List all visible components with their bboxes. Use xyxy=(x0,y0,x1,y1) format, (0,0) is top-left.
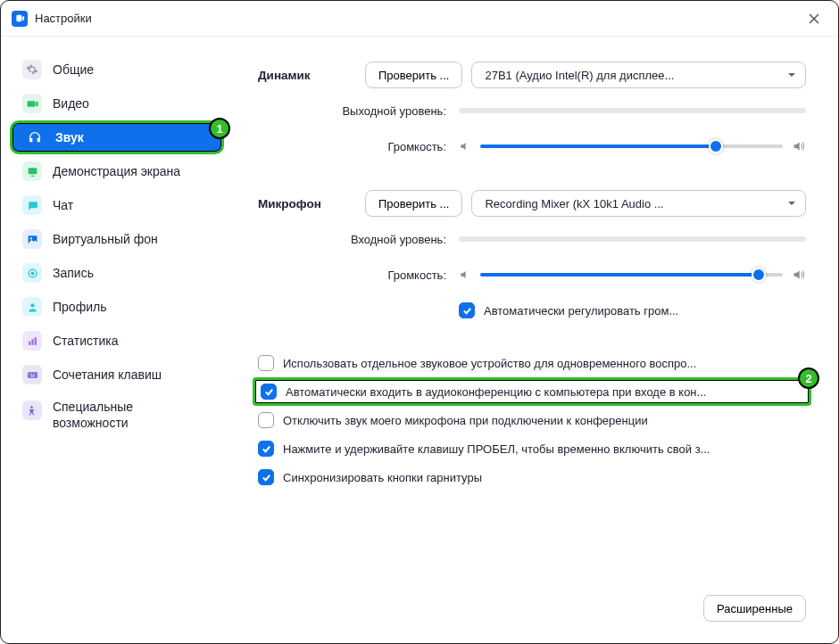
sidebar-item-stats[interactable]: Статистика xyxy=(10,324,224,358)
sync-headset-label: Синхронизировать кнопки гарнитуры xyxy=(283,471,482,484)
annotation-badge-1: 1 xyxy=(209,118,230,139)
auto-join-checkbox[interactable] xyxy=(261,384,277,400)
sidebar-item-label: Запись xyxy=(53,266,94,280)
speaker-device-value: 27B1 (Аудио Intel(R) для дисплее... xyxy=(485,69,674,82)
sidebar: Общие Видео Звук 1 Демонстрация экра xyxy=(1,37,233,643)
output-level-label: Выходной уровень: xyxy=(258,104,459,118)
sidebar-item-label: Видео xyxy=(53,96,89,111)
svg-rect-6 xyxy=(29,341,30,344)
volume-high-icon xyxy=(792,139,806,153)
close-button[interactable] xyxy=(801,5,827,32)
speaker-device-select[interactable]: 27B1 (Аудио Intel(R) для дисплее... xyxy=(471,62,806,88)
speaker-label: Динамик xyxy=(258,69,365,82)
settings-window: Настройки Общие Видео xyxy=(0,0,839,644)
record-icon xyxy=(22,263,42,283)
sidebar-item-label: Сочетания клавиш xyxy=(53,367,162,382)
volume-low-icon xyxy=(459,268,471,281)
window-title: Настройки xyxy=(35,12,92,25)
headphones-icon xyxy=(25,128,45,147)
sidebar-item-label: Демонстрация экрана xyxy=(53,164,180,178)
mute-on-join-label: Отключить звук моего микрофона при подкл… xyxy=(283,414,648,427)
ptt-space-label: Нажмите и удерживайте клавишу ПРОБЕЛ, чт… xyxy=(283,442,710,456)
app-icon xyxy=(12,11,28,27)
test-mic-button[interactable]: Проверить ... xyxy=(365,190,462,217)
ptt-space-checkbox[interactable] xyxy=(258,441,274,457)
svg-rect-14 xyxy=(29,376,34,376)
sidebar-item-video[interactable]: Видео xyxy=(10,87,224,120)
mic-volume-slider[interactable] xyxy=(480,266,783,284)
chat-icon xyxy=(22,195,42,215)
keyboard-icon xyxy=(22,365,42,384)
user-icon xyxy=(22,297,42,317)
speaker-volume-label: Громкость: xyxy=(258,140,459,153)
image-icon xyxy=(22,229,42,249)
speaker-output-level xyxy=(459,108,806,113)
separate-device-checkbox[interactable] xyxy=(258,355,274,371)
sidebar-item-label: Специальные возможности xyxy=(53,399,212,431)
volume-high-icon xyxy=(792,268,806,282)
sidebar-item-record[interactable]: Запись xyxy=(10,256,224,290)
auto-join-highlighted-row: Автоматически входить в аудиоконференцию… xyxy=(253,377,811,406)
sidebar-item-label: Виртуальный фон xyxy=(53,232,158,246)
advanced-button[interactable]: Расширенные xyxy=(703,595,806,622)
mic-volume-label: Громкость: xyxy=(258,268,459,282)
mic-device-select[interactable]: Recording Mixer (kX 10k1 Audio ... xyxy=(471,190,806,217)
sidebar-item-share[interactable]: Демонстрация экрана xyxy=(10,154,224,188)
stats-icon xyxy=(22,331,42,351)
share-screen-icon xyxy=(22,161,42,181)
svg-rect-9 xyxy=(28,372,37,378)
mute-on-join-checkbox[interactable] xyxy=(258,412,274,428)
svg-rect-12 xyxy=(33,373,34,374)
camera-icon xyxy=(22,94,42,113)
auto-adjust-label: Автоматически регулировать гром... xyxy=(484,304,678,318)
svg-rect-0 xyxy=(28,168,37,174)
sidebar-item-label: Звук xyxy=(55,130,84,144)
sidebar-item-vbg[interactable]: Виртуальный фон xyxy=(10,222,224,256)
mic-device-value: Recording Mixer (kX 10k1 Audio ... xyxy=(485,197,663,211)
sync-headset-checkbox[interactable] xyxy=(258,469,274,485)
svg-rect-13 xyxy=(35,373,36,374)
svg-rect-10 xyxy=(29,373,29,374)
sidebar-item-accessibility[interactable]: Специальные возможности xyxy=(10,392,224,438)
titlebar: Настройки xyxy=(1,1,838,37)
sidebar-item-chat[interactable]: Чат xyxy=(10,188,224,222)
accessibility-icon xyxy=(22,400,42,420)
sidebar-item-label: Профиль xyxy=(53,300,106,314)
mic-input-level xyxy=(459,236,806,242)
sidebar-item-label: Статистика xyxy=(53,334,119,348)
svg-point-15 xyxy=(31,406,34,409)
input-level-label: Входной уровень: xyxy=(258,233,459,246)
svg-rect-8 xyxy=(34,337,36,345)
mic-label: Микрофон xyxy=(258,197,365,211)
svg-rect-11 xyxy=(30,373,31,374)
speaker-volume-slider[interactable] xyxy=(480,137,783,155)
svg-rect-7 xyxy=(31,339,33,345)
auto-join-label: Автоматически входить в аудиоконференцию… xyxy=(286,385,706,399)
sidebar-item-audio[interactable]: Звук 1 xyxy=(10,120,224,154)
main-panel: Динамик Проверить ... 27B1 (Аудио Intel(… xyxy=(233,37,838,643)
svg-point-4 xyxy=(30,271,34,275)
gear-icon xyxy=(22,60,42,79)
svg-point-2 xyxy=(29,237,31,239)
test-speaker-button[interactable]: Проверить ... xyxy=(365,62,462,88)
annotation-badge-2: 2 xyxy=(798,367,819,389)
sidebar-item-profile[interactable]: Профиль xyxy=(10,290,224,324)
separate-device-label: Использовать отдельное звуковое устройст… xyxy=(283,357,696,370)
sidebar-item-keys[interactable]: Сочетания клавиш xyxy=(10,358,224,392)
volume-low-icon xyxy=(459,140,471,153)
sidebar-item-general[interactable]: Общие xyxy=(10,53,224,87)
sidebar-item-label: Чат xyxy=(53,198,73,212)
svg-point-5 xyxy=(30,303,34,307)
auto-adjust-checkbox[interactable] xyxy=(459,302,475,318)
sidebar-item-label: Общие xyxy=(53,62,94,77)
